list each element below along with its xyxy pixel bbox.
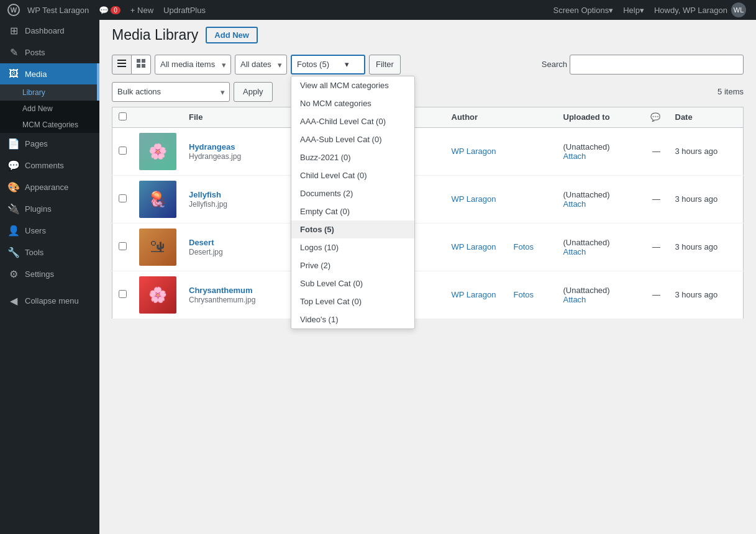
sidebar-item-dashboard[interactable]: ⊞ Dashboard: [0, 20, 99, 42]
apply-button[interactable]: Apply: [234, 82, 273, 102]
category-label: Fotos (5): [297, 60, 329, 69]
dropdown-item-empty-cat[interactable]: Empty Cat (0): [291, 202, 414, 220]
author-link[interactable]: WP Laragon: [452, 194, 496, 204]
updraftplus-link[interactable]: UpdraftPlus: [158, 0, 211, 20]
dropdown-item-view-all[interactable]: View all MCM categories: [291, 76, 414, 94]
col-header-author[interactable]: Author: [445, 107, 508, 127]
users-icon: 👤: [7, 225, 20, 237]
sidebar-item-media[interactable]: 🖼 Media: [0, 63, 99, 84]
sidebar-item-users[interactable]: 👤 Users: [0, 220, 99, 242]
sidebar-item-add-new[interactable]: Add New: [0, 101, 99, 117]
sidebar-item-label: Settings: [25, 269, 54, 279]
sidebar-item-library[interactable]: Library: [0, 84, 99, 101]
category-filter-btn[interactable]: Fotos (5) ▾: [291, 55, 365, 75]
new-content-link[interactable]: + New: [125, 0, 158, 20]
dropdown-item-top-level[interactable]: Top Level Cat (0): [291, 292, 414, 310]
media-filename: Chrysanthemum.jpg: [189, 296, 255, 304]
user-menu[interactable]: Howdy, WP Laragon WL: [649, 0, 751, 20]
admin-bar: W WP Test Laragon 💬 0 + New UpdraftPlus …: [0, 0, 756, 20]
sidebar-item-posts[interactable]: ✎ Posts: [0, 42, 99, 63]
bulk-actions-select[interactable]: Bulk actions: [112, 82, 230, 102]
media-title[interactable]: Desert: [189, 238, 214, 247]
col-header-comment: 💬: [644, 107, 669, 127]
row-checkbox[interactable]: [119, 194, 127, 202]
dropdown-item-no-mcm[interactable]: No MCM categories: [291, 94, 414, 112]
dates-filter[interactable]: All dates: [235, 55, 287, 75]
comments-link[interactable]: 💬 0: [94, 0, 125, 20]
col-header-date[interactable]: Date: [669, 107, 744, 127]
filter-button[interactable]: Filter: [369, 55, 401, 75]
category-link[interactable]: Fotos: [514, 242, 534, 251]
sidebar-item-comments[interactable]: 💬 Comments: [0, 155, 99, 176]
table-row: 🏜 Desert Desert.jpg WP Laragon Fotos: [112, 223, 744, 271]
dropdown-item-fotos[interactable]: Fotos (5): [291, 220, 414, 238]
col-header-uploaded[interactable]: Uploaded to: [557, 107, 644, 127]
author-link[interactable]: WP Laragon: [452, 242, 496, 251]
dropdown-item-aaa-child[interactable]: AAA-Child Level Cat (0): [291, 112, 414, 130]
category-dropdown: View all MCM categories No MCM categorie…: [291, 76, 415, 329]
sidebar-item-plugins[interactable]: 🔌 Plugins: [0, 198, 99, 220]
row-checkbox-cell: [112, 223, 134, 271]
sidebar-item-label: Media: [25, 70, 47, 79]
attach-link[interactable]: Attach: [563, 199, 586, 209]
wp-logo[interactable]: W: [5, 0, 22, 20]
dropdown-item-buzz-2021[interactable]: Buzz-2021 (0): [291, 148, 414, 166]
dropdown-item-sub-level[interactable]: Sub Level Cat (0): [291, 274, 414, 292]
category-link[interactable]: Fotos: [514, 290, 534, 299]
screen-options-btn[interactable]: Screen Options ▾: [549, 0, 619, 20]
dropdown-item-aaa-sub[interactable]: AAA-Sub Level Cat (0): [291, 130, 414, 148]
help-btn[interactable]: Help ▾: [618, 0, 649, 20]
bulk-actions-bar: Bulk actions Apply 5 items: [112, 82, 744, 102]
posts-icon: ✎: [7, 47, 20, 58]
grid-view-btn[interactable]: [131, 55, 151, 75]
table-row: 🌸 Hydrangeas Hydrangeas.jpg WP Laragon (…: [112, 127, 744, 175]
dropdown-item-documents[interactable]: Documents (2): [291, 184, 414, 202]
media-title[interactable]: Jellyfish: [189, 190, 221, 199]
row-checkbox[interactable]: [119, 290, 127, 298]
dropdown-item-prive[interactable]: Prive (2): [291, 256, 414, 274]
media-thumbnail: 🏜: [139, 229, 176, 266]
svg-rect-6: [142, 59, 145, 63]
media-icon: 🖼: [7, 68, 20, 79]
thumbnail-cell: 🪼: [133, 175, 183, 223]
attach-link[interactable]: Attach: [563, 152, 586, 161]
collapse-menu-btn[interactable]: ◀ Collapse menu: [0, 290, 99, 312]
media-items-filter[interactable]: All media items: [155, 55, 231, 75]
date-cell: 3 hours ago: [669, 127, 744, 175]
sidebar-item-mcm-categories[interactable]: MCM Categories: [0, 117, 99, 133]
svg-text:W: W: [11, 6, 17, 14]
row-checkbox[interactable]: [119, 242, 127, 250]
plugins-icon: 🔌: [7, 203, 20, 215]
submenu-label: Library: [22, 88, 45, 97]
media-thumbnail: 🌸: [139, 276, 176, 314]
attach-link[interactable]: Attach: [563, 295, 586, 304]
select-all-checkbox[interactable]: [119, 112, 127, 120]
author-link[interactable]: WP Laragon: [452, 147, 496, 156]
thumbnail-cell: 🏜: [133, 223, 183, 271]
chevron-down-icon: ▾: [640, 6, 644, 15]
sidebar-item-appearance[interactable]: 🎨 Appearance: [0, 176, 99, 198]
sidebar-item-settings[interactable]: ⚙ Settings: [0, 263, 99, 285]
dropdown-item-child-level[interactable]: Child Level Cat (0): [291, 166, 414, 184]
dropdown-item-logos[interactable]: Logos (10): [291, 238, 414, 256]
category-cell: Fotos: [508, 271, 557, 319]
add-new-button[interactable]: Add New: [206, 27, 258, 43]
sidebar-item-pages[interactable]: 📄 Pages: [0, 133, 99, 155]
sidebar-item-tools[interactable]: 🔧 Tools: [0, 242, 99, 263]
list-view-btn[interactable]: [112, 55, 132, 75]
search-label: Search: [542, 60, 567, 69]
author-link[interactable]: WP Laragon: [452, 290, 496, 299]
date-cell: 3 hours ago: [669, 271, 744, 319]
attach-link[interactable]: Attach: [563, 247, 586, 256]
dropdown-item-videos[interactable]: Video's (1): [291, 310, 414, 328]
svg-rect-3: [117, 63, 126, 64]
site-name[interactable]: WP Test Laragon: [22, 0, 94, 20]
category-cell: [508, 175, 557, 223]
media-title[interactable]: Hydrangeas: [189, 142, 235, 152]
search-input[interactable]: [570, 55, 744, 75]
media-title[interactable]: Chrysanthemum: [189, 286, 253, 295]
uploaded-to: (Unattached): [563, 142, 610, 152]
settings-icon: ⚙: [7, 268, 20, 280]
row-checkbox[interactable]: [119, 147, 127, 155]
appearance-icon: 🎨: [7, 181, 20, 193]
